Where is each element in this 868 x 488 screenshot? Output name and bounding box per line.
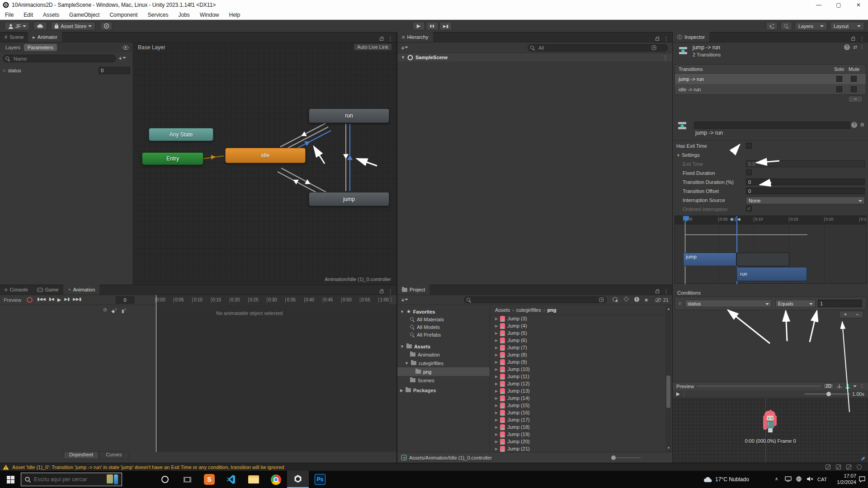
kebab-menu-icon[interactable]: ⋮ [388, 289, 393, 295]
lock-icon[interactable] [380, 291, 383, 293]
project-file-row[interactable]: ▶ Jump (18) [491, 423, 665, 431]
maximize-button[interactable]: ▢ [835, 2, 842, 8]
play-button[interactable]: ▶ [412, 22, 425, 30]
expander-icon[interactable]: ▶ [495, 396, 498, 400]
filter-curves-icon[interactable]: ⊙ [103, 307, 107, 314]
tree-item-favorite-query[interactable]: All Prefabs [397, 331, 490, 338]
expander-icon[interactable]: ▶ [495, 404, 498, 408]
kebab-menu-icon[interactable]: ⋮ [388, 36, 393, 42]
project-breadcrumb[interactable]: Assets› cutegirlfiles› png [491, 305, 665, 315]
remove-transition-button[interactable]: − [848, 96, 863, 103]
menu-item[interactable]: Jobs [173, 12, 194, 18]
pen-icon[interactable] [861, 456, 865, 461]
tray-display-icon[interactable] [785, 476, 792, 483]
next-frame-button[interactable]: ▶▮ [64, 297, 70, 303]
preview-2d-button[interactable]: 2D [823, 383, 834, 389]
expander-icon[interactable]: ▶ [495, 367, 498, 371]
help-icon[interactable]: ? [851, 122, 857, 128]
parameter-search-input[interactable] [12, 56, 102, 61]
add-parameter-button[interactable]: + [118, 55, 126, 62]
menu-item[interactable]: Help [224, 12, 245, 18]
file-explorer-button[interactable] [243, 471, 264, 488]
gear-icon[interactable]: ⚙ [860, 122, 864, 128]
expander-icon[interactable]: ▶ [495, 425, 498, 429]
prev-frame-button[interactable]: ▮◀ [49, 297, 54, 303]
mute-checkbox[interactable] [851, 86, 857, 92]
help-icon[interactable]: ? [844, 44, 850, 50]
project-file-row[interactable]: ▶ Jump (7) [491, 344, 665, 351]
animation-preview-toggle[interactable]: Preview [4, 297, 21, 303]
tray-volume-icon[interactable] [807, 476, 813, 483]
mute-console-icon[interactable] [826, 465, 830, 469]
expander-icon[interactable]: ▶ [495, 360, 498, 364]
tab-project[interactable]: Project [397, 285, 429, 295]
layers-subtab[interactable]: Layers [3, 44, 23, 51]
condition-operator-dropdown[interactable]: Equals [775, 300, 816, 307]
expander-icon[interactable]: ▶ [495, 440, 498, 444]
exit-time-field[interactable] [746, 160, 865, 167]
transition-duration-field[interactable] [746, 178, 865, 185]
state-node-entry[interactable]: Entry [142, 152, 203, 165]
alert-filter-icon[interactable] [634, 296, 640, 304]
expander-icon[interactable]: ▶ [495, 418, 498, 422]
animator-graph[interactable]: Base Layer Auto Live Link Animation/Idle… [133, 42, 396, 285]
search-button[interactable] [780, 22, 792, 30]
avatar-dropdown-caret[interactable] [853, 385, 857, 389]
import-package-icon[interactable] [612, 296, 618, 304]
tree-item-scenes[interactable]: Scenes [397, 376, 490, 385]
project-file-row[interactable]: ▶ Jump (13) [491, 387, 665, 394]
plastic-scm-button[interactable] [100, 22, 113, 30]
kebab-menu-icon[interactable]: ⋮ [859, 36, 864, 42]
lock-icon[interactable] [851, 38, 855, 41]
activity-icon[interactable] [857, 465, 862, 469]
expander-icon[interactable]: ▶ [495, 353, 498, 357]
project-file-row[interactable]: ▶ Jump (11) [491, 373, 665, 380]
expand-search-icon[interactable] [651, 45, 656, 50]
expander-icon[interactable]: ▶ [495, 331, 498, 335]
transition-row-selected[interactable]: jump -> run [675, 74, 866, 84]
menu-item[interactable]: Component [104, 12, 142, 18]
condition-parameter-dropdown[interactable]: status [685, 300, 772, 307]
tree-item-packages[interactable]: ▶Packages [397, 386, 490, 394]
menu-item[interactable]: Edit [19, 12, 38, 18]
foldout-caret-icon[interactable]: ▼ [401, 55, 405, 60]
mute-checkbox[interactable] [851, 76, 857, 82]
add-keyframe-icon[interactable]: ◆+ [111, 307, 117, 314]
project-file-row[interactable]: ▶ Jump (16) [491, 409, 665, 416]
preview-header[interactable]: Preview 2D ⋮ [673, 382, 868, 390]
presets-icon[interactable]: ⇄ [853, 44, 857, 50]
settings-foldout[interactable]: ▼ Settings [676, 152, 700, 158]
tab-inspector[interactable]: ⓘInspector [673, 32, 709, 42]
eye-icon[interactable] [123, 46, 129, 50]
state-node-run[interactable]: run [309, 108, 389, 123]
playhead-line[interactable] [156, 295, 156, 452]
project-file-row[interactable]: ▶ Jump (10) [491, 366, 665, 373]
project-file-row[interactable]: ▶ Jump (8) [491, 351, 665, 358]
tray-expand-icon[interactable]: ∧ [775, 476, 778, 481]
curves-button[interactable]: Curves [99, 451, 129, 459]
project-file-row[interactable]: ▶ Jump (12) [491, 380, 665, 387]
state-node-jump[interactable]: jump [309, 192, 389, 206]
cortana-button[interactable] [154, 471, 176, 488]
tab-animator[interactable]: ▸Animator [28, 32, 62, 42]
preview-play-button[interactable]: ▶ [676, 391, 680, 396]
project-file-row[interactable]: ▶ Jump (15) [491, 402, 665, 409]
tree-item-png-selected[interactable]: png [397, 367, 490, 376]
project-search-input[interactable] [473, 297, 586, 303]
favorites-star-icon[interactable]: ★ [644, 297, 649, 303]
scroll-down-icon[interactable]: ▼ [667, 446, 670, 450]
preview-scrub-handle[interactable] [684, 391, 684, 397]
transition-name-field[interactable] [694, 122, 850, 129]
dopesheet-button[interactable]: Dopesheet [64, 451, 99, 459]
task-view-button[interactable] [176, 471, 198, 488]
close-button[interactable]: ✕ [855, 2, 862, 8]
mute-errors-icon[interactable] [846, 465, 851, 469]
goto-last-frame-button[interactable]: ▶▶▮ [73, 297, 81, 303]
unity-taskbar-button[interactable] [287, 471, 309, 488]
tab-animation[interactable]: ◔Animation [63, 285, 100, 295]
drag-handle-icon[interactable]: ≡ [678, 300, 681, 307]
solo-checkbox[interactable] [836, 86, 842, 92]
condition-value-field[interactable] [818, 300, 862, 307]
parameter-value-field[interactable] [99, 67, 130, 74]
add-event-icon[interactable]: ▮+ [122, 307, 126, 314]
